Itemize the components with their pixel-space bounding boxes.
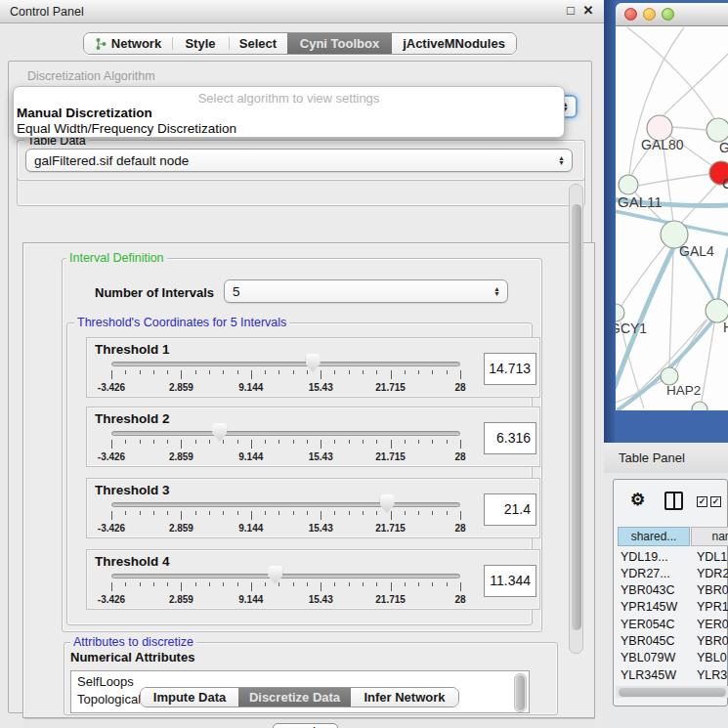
slider-tick-label: 2.859 [156, 594, 205, 605]
tab-cyni-toolbox[interactable]: Cyni Toolbox [287, 33, 392, 54]
main-scrollbar[interactable] [569, 184, 583, 654]
table-row[interactable]: YBL079WYBL0 [616, 650, 728, 666]
slider-track[interactable] [111, 502, 460, 507]
table-hscrollbar[interactable] [616, 686, 728, 698]
attribute-item[interactable]: SelfLoops [77, 674, 134, 689]
network-canvas[interactable]: GAL80GACGAL11GAL4GCY1HHAP2 [616, 26, 728, 410]
network-node-label: GCY1 [616, 321, 647, 336]
slider-tick-label: 9.144 [227, 523, 276, 534]
tab-network[interactable]: Network [84, 33, 172, 54]
slider-tick [195, 370, 196, 374]
table-row[interactable]: YDR27...YDR2 [616, 565, 728, 581]
combo-arrows-icon: ▲▼ [558, 155, 565, 165]
network-node-gal11[interactable] [619, 175, 638, 194]
apply-button[interactable]: Apply [273, 723, 338, 728]
algorithm-option-manual[interactable]: Manual Discretization [17, 106, 561, 120]
slider-tick [334, 370, 335, 374]
split-columns-icon[interactable] [664, 492, 683, 510]
network-edge [629, 27, 684, 175]
table-row[interactable]: YDL19...YDL1 [616, 548, 728, 565]
tab-infer-network[interactable]: Infer Network [351, 688, 458, 707]
cell-shared-name: YLR345W [621, 668, 676, 682]
combo-arrows-icon: ▲▼ [493, 286, 500, 296]
num-intervals-value: 5 [233, 284, 240, 299]
column-header-shared[interactable]: shared... [618, 527, 690, 546]
slider-tick [237, 370, 238, 374]
list-scrollbar-thumb[interactable] [516, 675, 525, 710]
network-node-gcy1[interactable] [616, 304, 624, 321]
cyni-mode-tabbar: Impute DataDiscretize DataInfer Network [140, 687, 459, 707]
threshold-label: Threshold 4 [95, 554, 170, 569]
network-edge [669, 248, 673, 367]
slider-thumb[interactable] [268, 566, 282, 584]
slider-tick [125, 511, 126, 515]
slider-tick [432, 582, 433, 586]
attribute-item[interactable]: BetweennessCentrality [77, 709, 207, 713]
algorithm-option-equal-width[interactable]: Equal Width/Frequency Discretization [17, 121, 561, 136]
table-rows[interactable]: YDL19...YDL1YDR27...YDR2YBR043CYBR0YPR14… [616, 548, 728, 686]
main-scrollbar-thumb[interactable] [572, 204, 581, 630]
slider-tick [293, 370, 294, 374]
slider-tick [363, 370, 364, 374]
slider-tick [376, 582, 377, 586]
num-intervals-combobox[interactable]: 5 ▲▼ [224, 279, 508, 303]
slider-tick [363, 582, 364, 586]
threshold-value-field[interactable]: 14.713 [484, 353, 536, 385]
slider-tick [363, 440, 364, 444]
slider-tick [237, 440, 238, 444]
list-scrollbar[interactable] [514, 673, 527, 712]
close-window-icon[interactable]: ✕ [580, 3, 596, 18]
algorithm-group-title: Discretization Algorithm [24, 69, 158, 83]
slider-tick [349, 511, 350, 515]
mac-minimize-icon[interactable] [643, 8, 656, 21]
slider-thumb[interactable] [212, 423, 227, 442]
slider-tick [334, 511, 335, 515]
table-hscrollbar-thumb[interactable] [619, 688, 726, 697]
slider-tick [321, 440, 321, 449]
slider-tick [111, 370, 112, 379]
column-header-name[interactable]: name [691, 527, 728, 546]
gear-icon[interactable]: ⚙ [630, 490, 645, 510]
mac-zoom-icon[interactable] [662, 8, 674, 21]
table-row[interactable]: YBR045CYBR0 [616, 633, 728, 650]
slider-tick [405, 511, 406, 515]
tab-jactivemnodules[interactable]: jActiveMNodules [392, 33, 516, 54]
tab-impute-data[interactable]: Impute Data [141, 688, 238, 707]
network-edge [663, 54, 728, 116]
network-node[interactable] [692, 402, 707, 410]
float-window-icon[interactable]: □ [563, 3, 578, 18]
network-edge [627, 27, 715, 120]
control-panel: Control Panel □ ✕ NetworkStyleSelectCyni… [0, 0, 604, 728]
slider-tick [237, 511, 238, 515]
network-node-label: HAP2 [666, 383, 701, 398]
checkbox-checked-icon[interactable]: ✓ [710, 496, 721, 507]
tab-select[interactable]: Select [229, 33, 287, 54]
table-data-combobox[interactable]: galFiltered.sif default node ▲▼ [25, 149, 573, 172]
slider-track[interactable] [111, 362, 460, 366]
slider-tick [140, 511, 141, 515]
threshold-value-field[interactable]: 6.316 [484, 422, 536, 454]
slider-track[interactable] [111, 431, 460, 436]
slider-track[interactable] [111, 574, 460, 578]
tab-style[interactable]: Style [172, 33, 229, 54]
table-row[interactable]: YLR345WYLR3 [616, 666, 728, 683]
slider-tick [307, 440, 308, 444]
cell-shared-name: YER054C [621, 618, 675, 631]
network-node-ga[interactable] [707, 118, 728, 142]
tab-discretize-data[interactable]: Discretize Data [238, 688, 351, 707]
table-row[interactable]: YER054CYER0 [616, 616, 728, 632]
slider-tick [460, 370, 461, 379]
table-row[interactable]: YPR145WYPR1 [616, 599, 728, 616]
threshold-value-field[interactable]: 21.4 [484, 493, 536, 526]
slider-tick [321, 511, 321, 520]
tab-label: Select [239, 36, 277, 51]
threshold-value-field[interactable]: 11.344 [484, 565, 536, 597]
cell-name: YER0 [697, 618, 728, 631]
checkbox-checked-icon[interactable]: ✓ [697, 496, 707, 507]
control-panel-titlebar: Control Panel □ ✕ [0, 0, 604, 23]
mac-close-icon[interactable] [624, 8, 637, 21]
slider-tick [125, 440, 126, 444]
slider-tick [181, 582, 182, 591]
table-row[interactable]: YBR043CYBR0 [616, 582, 728, 599]
slider-thumb[interactable] [380, 494, 395, 513]
